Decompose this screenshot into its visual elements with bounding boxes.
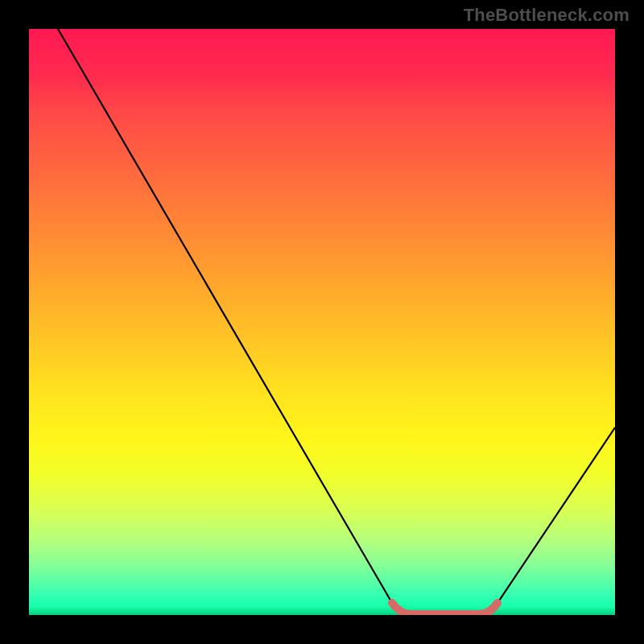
watermark-text: TheBottleneck.com	[464, 5, 630, 26]
curve-svg	[29, 29, 615, 615]
optimal-range-highlight	[392, 603, 497, 614]
plot-area	[29, 29, 615, 615]
chart-container: TheBottleneck.com	[0, 0, 644, 644]
bottleneck-curve-path	[58, 29, 615, 614]
